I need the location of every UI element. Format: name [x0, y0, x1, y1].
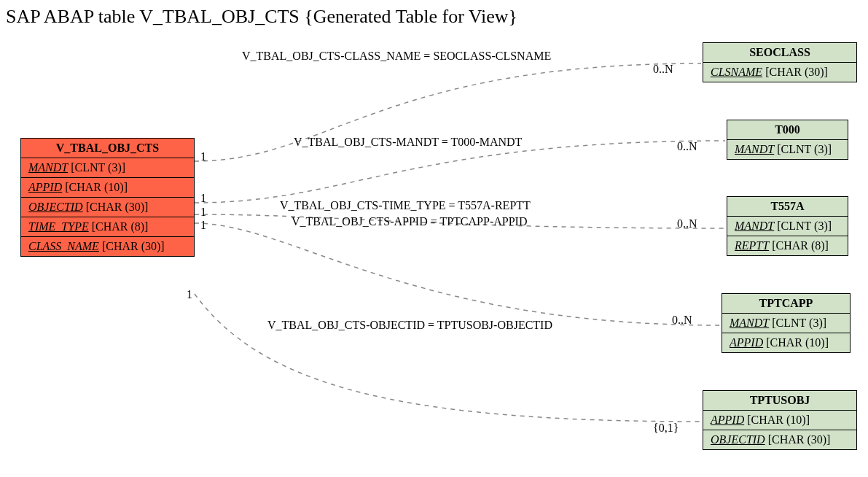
entity-header: T557A [727, 197, 848, 217]
entity-main-field: CLASS_NAME [CHAR (30)] [21, 237, 194, 256]
cardinality-left: 1 [187, 288, 192, 301]
cardinality-left: 1 [200, 150, 206, 163]
entity-main-field: TIME_TYPE [CHAR (8)] [21, 217, 194, 237]
entity-header: TPTUSOBJ [703, 391, 856, 411]
entity-seoclass: SEOCLASS CLSNAME [CHAR (30)] [703, 42, 857, 82]
entity-field: MANDT [CLNT (3)] [727, 140, 848, 159]
page-title: SAP ABAP table V_TBAL_OBJ_CTS {Generated… [6, 6, 517, 28]
entity-field: MANDT [CLNT (3)] [722, 314, 850, 333]
cardinality-left: 1 [200, 192, 206, 205]
entity-tptusobj: TPTUSOBJ APPID [CHAR (10)] OBJECTID [CHA… [703, 390, 857, 450]
entity-header: TPTCAPP [722, 294, 850, 314]
relation-label: V_TBAL_OBJ_CTS-APPID = TPTCAPP-APPID [292, 215, 527, 228]
cardinality-right: 0..N [653, 63, 673, 76]
entity-field: MANDT [CLNT (3)] [727, 217, 848, 236]
entity-field: OBJECTID [CHAR (30)] [703, 430, 856, 449]
entity-field: REPTT [CHAR (8)] [727, 236, 848, 255]
cardinality-left: 1 [200, 219, 206, 232]
relation-label: V_TBAL_OBJ_CTS-CLASS_NAME = SEOCLASS-CLS… [242, 50, 551, 63]
cardinality-left: 1 [200, 206, 206, 219]
entity-header: SEOCLASS [703, 43, 856, 63]
cardinality-right: 0..N [677, 140, 697, 153]
cardinality-right: 0..N [677, 217, 697, 230]
entity-t557a: T557A MANDT [CLNT (3)] REPTT [CHAR (8)] [727, 196, 848, 256]
entity-field: APPID [CHAR (10)] [722, 333, 850, 352]
entity-main-field: OBJECTID [CHAR (30)] [21, 198, 194, 217]
entity-field: CLSNAME [CHAR (30)] [703, 63, 856, 82]
entity-main-header: V_TBAL_OBJ_CTS [21, 139, 194, 158]
entity-field: APPID [CHAR (10)] [703, 411, 856, 430]
entity-tptcapp: TPTCAPP MANDT [CLNT (3)] APPID [CHAR (10… [722, 293, 851, 353]
cardinality-right: 0..N [672, 314, 692, 327]
relation-label: V_TBAL_OBJ_CTS-OBJECTID = TPTUSOBJ-OBJEC… [267, 319, 552, 332]
relation-label: V_TBAL_OBJ_CTS-MANDT = T000-MANDT [294, 136, 522, 149]
entity-main-field: MANDT [CLNT (3)] [21, 158, 194, 178]
entity-main: V_TBAL_OBJ_CTS MANDT [CLNT (3)] APPID [C… [20, 138, 195, 257]
entity-header: T000 [727, 120, 848, 140]
cardinality-right: {0,1} [653, 422, 679, 435]
entity-t000: T000 MANDT [CLNT (3)] [727, 120, 848, 160]
entity-main-field: APPID [CHAR (10)] [21, 178, 194, 198]
relation-label: V_TBAL_OBJ_CTS-TIME_TYPE = T557A-REPTT [280, 199, 531, 212]
